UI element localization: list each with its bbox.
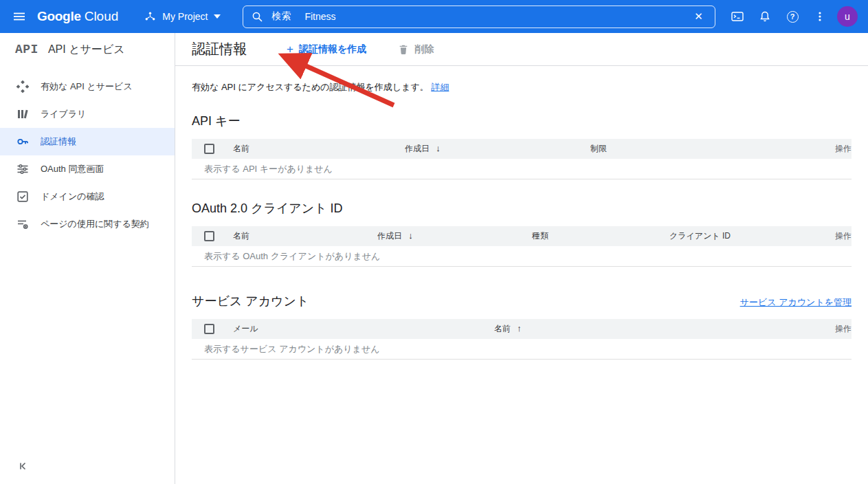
service-accounts-empty-row: 表示するサービス アカウントがありません <box>192 339 852 360</box>
sort-desc-icon: ↓ <box>436 143 441 153</box>
column-header-actions: 操作 <box>817 143 852 155</box>
google-cloud-logo[interactable]: Google Cloud <box>37 9 118 24</box>
search-label: 検索 <box>271 10 291 23</box>
library-icon <box>16 108 29 120</box>
select-all-checkbox[interactable] <box>204 231 214 241</box>
sidebar-nav: 有効な API とサービス ライブラリ <box>0 66 175 238</box>
project-name: My Project <box>162 11 208 22</box>
sort-asc-icon: ↑ <box>517 323 522 333</box>
column-header-name[interactable]: 名前 <box>233 230 377 242</box>
chevron-down-icon <box>214 14 221 19</box>
api-keys-section-title: API キー <box>192 113 852 129</box>
oauth-section-title: OAuth 2.0 クライアント ID <box>192 200 852 217</box>
column-header-restrictions[interactable]: 制限 <box>590 143 817 155</box>
learn-more-link[interactable]: 詳細 <box>431 82 449 92</box>
delete-button[interactable]: 削除 <box>398 43 434 56</box>
sidebar-item-label: OAuth 同意画面 <box>41 163 104 175</box>
oauth-consent-icon <box>16 163 29 175</box>
column-header-created[interactable]: 作成日 ↓ <box>377 230 532 242</box>
sidebar-header: API API とサービス <box>0 33 175 66</box>
column-header-created-label: 作成日 <box>405 144 430 153</box>
help-icon: ? <box>787 11 799 23</box>
topbar-actions: ? u <box>724 3 861 30</box>
service-accounts-table-header: メール 名前 ↑ 操作 <box>192 319 852 339</box>
select-all-checkbox[interactable] <box>204 144 214 154</box>
more-vertical-icon <box>814 10 826 23</box>
main-content: 認証情報 + 認証情報を作成 削除 有効な API にアクセスするための認証情報… <box>175 33 868 484</box>
hamburger-icon <box>13 10 25 23</box>
oauth-empty-row: 表示する OAuth クライアントがありません <box>192 246 852 267</box>
trash-icon <box>398 44 409 55</box>
column-header-name-label: 名前 <box>494 324 511 333</box>
collapse-left-icon <box>19 461 28 471</box>
cloud-shell-button[interactable] <box>724 3 751 30</box>
hamburger-menu-button[interactable] <box>5 3 33 30</box>
more-options-button[interactable] <box>806 3 834 30</box>
search-bar[interactable]: 検索 Fitness ✕ <box>243 6 715 28</box>
api-keys-table: 名前 作成日 ↓ 制限 操作 表示する API キーがありません <box>192 139 852 179</box>
delete-label: 削除 <box>414 43 434 56</box>
column-header-name[interactable]: 名前 <box>233 143 405 155</box>
sidebar-item-label: 有効な API とサービス <box>41 80 133 93</box>
api-product-logo: API <box>15 43 38 56</box>
oauth-clients-table: 名前 作成日 ↓ 種類 クライアント ID 操作 表示する OAuth クライア… <box>192 226 852 267</box>
notifications-button[interactable] <box>751 3 779 30</box>
logo-google-text: Google <box>37 9 81 24</box>
header-checkbox-cell <box>192 144 233 154</box>
sidebar-item-enabled-apis[interactable]: 有効な API とサービス <box>0 73 175 100</box>
account-button[interactable]: u <box>834 3 861 30</box>
page-header: 認証情報 + 認証情報を作成 削除 <box>175 33 868 66</box>
sidebar: API API とサービス 有効な API とサービス <box>0 33 175 484</box>
content-area: 有効な API にアクセスするための認証情報を作成します。 詳細 API キー … <box>175 66 868 360</box>
service-accounts-table: メール 名前 ↑ 操作 表示するサービス アカウントがありません <box>192 319 852 360</box>
api-keys-table-header: 名前 作成日 ↓ 制限 操作 <box>192 139 852 159</box>
sidebar-item-label: ページの使用に関する契約 <box>41 218 149 230</box>
oauth-table-header: 名前 作成日 ↓ 種類 クライアント ID 操作 <box>192 226 852 246</box>
sidebar-item-page-usage-agreements[interactable]: ページの使用に関する契約 <box>0 210 175 238</box>
cloud-shell-icon <box>731 10 744 23</box>
sidebar-item-library[interactable]: ライブラリ <box>0 100 175 128</box>
sidebar-item-label: ドメインの確認 <box>41 190 104 203</box>
column-header-created[interactable]: 作成日 ↓ <box>405 143 590 155</box>
service-accounts-section-title: サービス アカウント <box>192 293 309 309</box>
page-usage-agreements-icon <box>16 218 29 230</box>
header-checkbox-cell <box>192 231 233 241</box>
column-header-actions: 操作 <box>817 230 852 242</box>
topbar: Google Cloud My Project 検索 Fitness ✕ <box>0 0 868 33</box>
create-credentials-label: 認証情報を作成 <box>299 43 366 56</box>
project-icon <box>144 11 156 23</box>
sidebar-item-label: ライブラリ <box>41 108 87 120</box>
logo-cloud-text: Cloud <box>85 9 119 24</box>
sidebar-item-domain-verification[interactable]: ドメインの確認 <box>0 183 175 210</box>
search-icon <box>252 11 263 23</box>
avatar: u <box>837 6 858 27</box>
search-query[interactable]: Fitness <box>304 11 335 22</box>
header-checkbox-cell <box>192 324 233 334</box>
sidebar-title: API とサービス <box>48 43 125 57</box>
column-header-type[interactable]: 種類 <box>532 230 669 242</box>
api-keys-empty-row: 表示する API キーがありません <box>192 159 852 179</box>
column-header-email[interactable]: メール <box>233 323 494 335</box>
help-button[interactable]: ? <box>779 3 806 30</box>
page-title: 認証情報 <box>192 40 247 58</box>
column-header-created-label: 作成日 <box>377 231 402 241</box>
service-accounts-section-header: サービス アカウント サービス アカウントを管理 <box>192 293 852 309</box>
intro-text: 有効な API にアクセスするための認証情報を作成します。 詳細 <box>192 81 852 94</box>
column-header-actions: 操作 <box>817 323 852 335</box>
sort-desc-icon: ↓ <box>408 230 413 241</box>
bell-icon <box>759 10 771 23</box>
sidebar-item-oauth-consent[interactable]: OAuth 同意画面 <box>0 155 175 183</box>
create-credentials-button[interactable]: + 認証情報を作成 <box>287 43 366 56</box>
project-selector[interactable]: My Project <box>144 11 221 23</box>
enabled-apis-icon <box>16 80 29 93</box>
column-header-name[interactable]: 名前 ↑ <box>494 323 817 335</box>
manage-service-accounts-link[interactable]: サービス アカウントを管理 <box>740 296 852 309</box>
sidebar-item-credentials[interactable]: 認証情報 <box>0 128 175 155</box>
column-header-client-id[interactable]: クライアント ID <box>669 230 817 242</box>
search-clear-button[interactable]: ✕ <box>690 10 706 23</box>
select-all-checkbox[interactable] <box>204 324 214 334</box>
sidebar-collapse-button[interactable] <box>15 458 32 474</box>
domain-verification-icon <box>16 190 29 203</box>
sidebar-item-label: 認証情報 <box>41 135 76 148</box>
intro-description: 有効な API にアクセスするための認証情報を作成します。 <box>192 82 429 92</box>
